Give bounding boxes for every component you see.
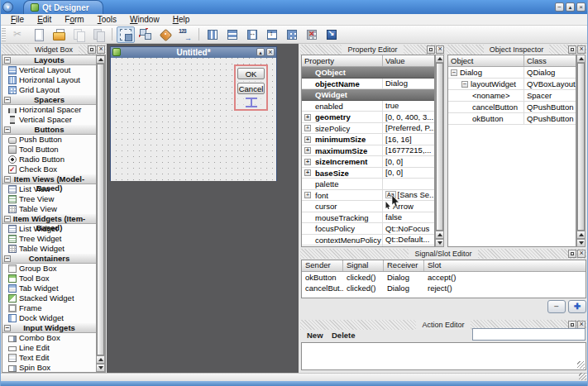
scroll-down-icon[interactable]	[96, 364, 105, 372]
expand-icon[interactable]: +	[304, 125, 311, 131]
object-inspector-close-button[interactable]	[577, 45, 586, 54]
property-value[interactable]: Qt::NoFocus	[383, 223, 434, 234]
widget-item[interactable]: Table Widget	[2, 244, 96, 254]
widget-item[interactable]: Vertical Layout	[2, 65, 96, 75]
expand-icon[interactable]: +	[304, 169, 311, 176]
widget-item[interactable]: Spin Box	[2, 363, 96, 372]
widget-item[interactable]: Horizontal Spacer	[2, 105, 96, 115]
add-connection-button[interactable]: ✚	[568, 300, 586, 313]
collapse-icon[interactable]	[4, 216, 11, 222]
signal-slot-close-button[interactable]	[577, 250, 586, 258]
collapse-icon[interactable]	[4, 176, 11, 183]
property-editor-scrollbar[interactable]	[435, 55, 444, 247]
widgetbox-category-containers[interactable]: Containers	[2, 254, 96, 264]
collapse-icon[interactable]	[461, 81, 468, 88]
layout-horizontal-splitter-button[interactable]	[243, 26, 261, 43]
widget-item[interactable]: Tree Widget	[2, 234, 96, 244]
widgetbox-category-item-widgets-item-based-[interactable]: Item Widgets (Item-Based)	[2, 214, 96, 224]
collapse-icon[interactable]	[4, 57, 11, 64]
widget-item[interactable]: Table View	[2, 204, 96, 214]
widgetbox-category-buttons[interactable]: Buttons	[2, 125, 96, 135]
collapse-icon[interactable]	[4, 255, 11, 262]
window-menu-button[interactable]: ▾	[2, 2, 13, 12]
scroll-up-icon[interactable]	[576, 55, 586, 63]
widget-box-close-button[interactable]	[97, 45, 105, 54]
scroll-up-icon[interactable]	[96, 355, 105, 364]
object-inspector-float-button[interactable]	[568, 45, 576, 54]
property-value[interactable]: [0, 0, 400, 3...	[383, 112, 434, 122]
action-filter-input[interactable]	[472, 328, 586, 341]
menu-help[interactable]: Help	[166, 14, 197, 26]
form-canvas[interactable]: OK Cancel	[111, 58, 276, 181]
new-action-button[interactable]: New	[307, 330, 323, 341]
selected-layout-widget[interactable]: OK Cancel	[234, 64, 268, 111]
class-column-header[interactable]: Class	[524, 55, 576, 66]
slot-column-header[interactable]: Slot	[424, 260, 586, 271]
menu-tools[interactable]: Tools	[91, 14, 123, 26]
scrollbar-track[interactable]	[576, 63, 586, 231]
form-window[interactable]: Untitled* OK Cancel	[110, 46, 277, 181]
edit-tab-order-button[interactable]	[176, 26, 194, 43]
scroll-up-icon[interactable]	[435, 55, 444, 63]
edit-widgets-button[interactable]	[117, 26, 135, 43]
collapse-icon[interactable]	[4, 325, 11, 331]
widget-box-scrollbar[interactable]	[96, 55, 105, 372]
widget-item[interactable]: Dock Widget	[2, 313, 96, 323]
widget-item[interactable]: Stacked Widget	[2, 293, 96, 303]
layout-vertically-button[interactable]	[223, 26, 241, 43]
object-row[interactable]: cancelButtonQPushButton	[448, 102, 576, 113]
widget-item[interactable]: Tool Box	[2, 274, 96, 284]
resize-grip[interactable]	[577, 361, 585, 369]
widget-item[interactable]: Vertical Spacer	[2, 115, 96, 125]
property-value[interactable]: [16, 16]	[383, 134, 434, 145]
property-editor-float-button[interactable]	[427, 45, 435, 54]
collapse-icon[interactable]	[4, 97, 11, 103]
widgetbox-category-input-widgets[interactable]: Input Widgets	[2, 323, 96, 333]
property-editor-close-button[interactable]	[436, 45, 444, 54]
object-row[interactable]: okButtonQPushButton	[448, 113, 576, 125]
widget-item[interactable]: Push Button	[2, 135, 96, 145]
object-row[interactable]: DialogQDialog	[448, 67, 576, 79]
window-resize-grip[interactable]	[579, 373, 586, 380]
layout-in-grid-button[interactable]	[283, 26, 301, 43]
break-layout-button[interactable]	[303, 26, 321, 43]
form-close-button[interactable]	[266, 48, 275, 56]
window-close-button[interactable]	[576, 2, 586, 12]
window-titlebar[interactable]: ▾ Qt Designer	[0, 0, 588, 14]
property-value[interactable]: false	[383, 212, 434, 223]
property-column-header[interactable]: Property	[302, 55, 383, 66]
form-shade-button[interactable]	[256, 48, 265, 56]
window-maximize-button[interactable]	[566, 2, 575, 12]
remove-connection-button[interactable]: −	[547, 300, 566, 313]
scroll-up-icon[interactable]	[435, 231, 444, 239]
layout-vertical-splitter-button[interactable]	[263, 26, 281, 43]
expand-icon[interactable]: +	[304, 159, 311, 165]
scrollbar-thumb[interactable]	[97, 64, 104, 355]
expand-icon[interactable]: +	[304, 136, 311, 143]
action-list[interactable]	[301, 342, 586, 370]
expand-icon[interactable]: +	[304, 192, 311, 198]
edit-signals-slots-button[interactable]	[136, 26, 155, 43]
object-inspector-scrollbar[interactable]	[576, 55, 586, 247]
new-form-button[interactable]	[30, 26, 48, 43]
signal-slot-float-button[interactable]	[568, 250, 576, 258]
delete-action-button[interactable]: Delete	[332, 330, 356, 341]
connection-row[interactable]: cancelBut...clicked()Dialogreject()	[302, 283, 586, 293]
widget-item[interactable]: Combo Box	[2, 333, 96, 343]
menu-window[interactable]: Window	[123, 14, 166, 26]
widget-item[interactable]: Line Edit	[2, 343, 96, 353]
copy-button[interactable]	[69, 26, 88, 43]
property-value[interactable]	[383, 179, 434, 189]
property-value[interactable]: [16777215,...	[383, 145, 434, 156]
widget-item[interactable]: Tool Button	[2, 145, 96, 155]
widget-item[interactable]: Tree View	[2, 194, 96, 204]
scrollbar-thumb[interactable]	[577, 63, 585, 231]
scroll-down-icon[interactable]	[576, 239, 586, 247]
expand-icon[interactable]: +	[304, 114, 311, 121]
adjust-size-button[interactable]	[323, 26, 341, 43]
scrollbar-thumb[interactable]	[436, 63, 443, 231]
open-form-button[interactable]	[50, 26, 68, 43]
scroll-down-icon[interactable]	[435, 239, 444, 247]
property-value[interactable]: [0, 0]	[383, 168, 434, 179]
collapse-icon[interactable]	[4, 126, 11, 133]
